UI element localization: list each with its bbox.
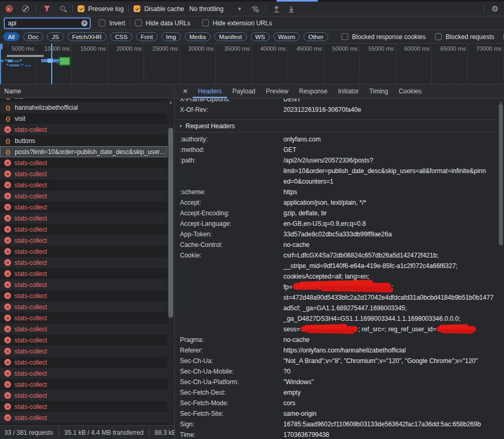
network-request-row[interactable]: ✕stats-collect bbox=[0, 412, 167, 423]
invert-checkbox[interactable]: Invert bbox=[99, 20, 125, 27]
tab-initiator[interactable]: Initiator bbox=[332, 84, 364, 98]
network-request-row[interactable]: ✕stats-collect bbox=[0, 401, 167, 412]
network-request-row[interactable]: {}buttons bbox=[0, 135, 167, 146]
close-details-button[interactable]: ✕ bbox=[178, 84, 193, 98]
request-list: {}init{}hannahelizabethofficial{}visit✕s… bbox=[0, 98, 167, 425]
network-request-row[interactable]: ✕stats-collect bbox=[0, 224, 167, 235]
scroll-up-icon[interactable]: ▲ bbox=[167, 98, 174, 104]
network-request-row[interactable]: ✕stats-collect bbox=[0, 301, 167, 312]
record-button[interactable] bbox=[3, 3, 15, 15]
network-request-row[interactable]: ✕stats-collect bbox=[0, 390, 167, 401]
filter-chip-ws[interactable]: WS bbox=[251, 32, 270, 41]
filter-chip-css[interactable]: CSS bbox=[110, 32, 132, 41]
network-request-row[interactable]: ✕stats-collect bbox=[0, 257, 167, 268]
network-request-row[interactable]: ✕stats-collect bbox=[0, 190, 167, 202]
error-icon: ✕ bbox=[4, 170, 11, 177]
tab-cookies[interactable]: Cookies bbox=[393, 84, 426, 98]
settings-button[interactable]: ⚙ bbox=[489, 3, 501, 15]
header-row: :method:GET bbox=[175, 145, 498, 155]
filter-chip-media[interactable]: Media bbox=[185, 32, 211, 41]
network-request-row[interactable]: ✕stats-collect bbox=[0, 202, 167, 213]
timeline-tick-label: 30000 ms bbox=[180, 44, 216, 84]
header-row: App-Token:33d57ade8c02dbc5a333db99ff9ae2… bbox=[175, 229, 498, 240]
redaction-scribble bbox=[437, 326, 476, 332]
tab-headers[interactable]: Headers bbox=[193, 84, 227, 98]
network-request-row[interactable]: ✕stats-collect bbox=[0, 346, 167, 357]
invert-label: Invert bbox=[109, 20, 125, 27]
filter-chip-all[interactable]: All bbox=[3, 32, 20, 41]
filter-chip-doc[interactable]: Doc bbox=[23, 32, 43, 41]
network-conditions-button[interactable] bbox=[249, 3, 261, 15]
filter-chip-font[interactable]: Font bbox=[136, 32, 158, 41]
network-request-row[interactable]: ✕stats-collect bbox=[0, 323, 167, 335]
preserve-log-checkbox[interactable]: Preserve log bbox=[78, 5, 123, 13]
hide-extension-urls-checkbox[interactable]: Hide extension URLs bbox=[202, 20, 272, 27]
tab-payload[interactable]: Payload bbox=[227, 84, 260, 98]
network-request-row[interactable]: ✕stats-collect bbox=[0, 124, 167, 135]
network-request-row[interactable]: ✕stats-collect bbox=[0, 290, 167, 301]
details-scrollbar[interactable]: ▲ bbox=[498, 99, 504, 439]
network-request-row[interactable]: ✕stats-collect bbox=[0, 357, 167, 368]
header-row: Sec-Fetch-Site:same-origin bbox=[175, 408, 498, 419]
filter-chip-img[interactable]: Img bbox=[161, 32, 181, 41]
tab-preview[interactable]: Preview bbox=[261, 84, 294, 98]
hide-data-urls-checkbox[interactable]: Hide data URLs bbox=[135, 20, 191, 27]
network-request-row[interactable]: ✕stats-collect bbox=[0, 279, 167, 290]
filter-toggle-button[interactable] bbox=[41, 3, 53, 15]
network-request-row[interactable]: ✕stats-collect bbox=[0, 168, 167, 179]
network-request-row[interactable]: ✕stats-collect bbox=[0, 379, 167, 390]
network-request-row[interactable]: ✕stats-collect bbox=[0, 179, 167, 190]
json-fetch-icon: {} bbox=[4, 149, 12, 155]
blocked-requests-checkbox[interactable]: Blocked requests bbox=[435, 33, 494, 41]
request-name: stats-collect bbox=[14, 215, 47, 222]
error-icon: ✕ bbox=[4, 204, 11, 211]
overview-window-handle[interactable] bbox=[0, 44, 1, 84]
divider bbox=[72, 5, 73, 13]
network-request-row[interactable]: ✕stats-collect bbox=[0, 246, 167, 257]
error-icon: ✕ bbox=[4, 215, 11, 222]
network-status-bar: 33 / 381 requests 35.1 kB / 4.4 MB trans… bbox=[0, 425, 175, 439]
disclosure-triangle-icon: ▾ bbox=[179, 123, 182, 129]
name-column-header[interactable]: Name bbox=[0, 84, 174, 98]
header-value: en-GB,en-US;q=0.9,en;q=0.8 bbox=[283, 218, 498, 229]
search-icon bbox=[60, 6, 65, 11]
network-request-row[interactable]: ✕stats-collect bbox=[0, 312, 167, 323]
header-name: X-Frame-Options: bbox=[180, 99, 283, 104]
header-name: Cache-Control: bbox=[180, 240, 283, 250]
request-list-scrollbar[interactable]: ▲ bbox=[167, 98, 174, 425]
redaction-scribble bbox=[293, 283, 391, 290]
clear-filter-icon[interactable]: ✕ bbox=[81, 20, 88, 26]
search-button[interactable] bbox=[56, 3, 68, 15]
request-headers-section-header[interactable]: ▾Request Headers bbox=[175, 120, 498, 132]
network-request-row[interactable]: {}posts?limit=10&order=publish_date_desc… bbox=[0, 146, 167, 157]
waterfall-overview[interactable]: 5000 ms10000 ms15000 ms20000 ms25000 ms3… bbox=[0, 44, 504, 84]
network-request-row[interactable]: {}init bbox=[0, 98, 167, 102]
network-request-row[interactable]: {}hannahelizabethofficial bbox=[0, 102, 167, 113]
clear-button[interactable] bbox=[20, 3, 31, 15]
filter-chip-other[interactable]: Other bbox=[303, 32, 328, 41]
network-request-row[interactable]: ✕stats-collect bbox=[0, 268, 167, 279]
network-request-row[interactable]: ✕stats-collect bbox=[0, 157, 167, 168]
filter-chip-fetch-xhr[interactable]: Fetch/XHR bbox=[68, 32, 107, 41]
tab-response[interactable]: Response bbox=[293, 84, 332, 98]
network-request-row[interactable]: ✕stats-collect bbox=[0, 235, 167, 246]
tab-timing[interactable]: Timing bbox=[364, 84, 394, 98]
blocked-response-cookies-checkbox[interactable]: Blocked response cookies bbox=[341, 33, 425, 41]
header-row: Sign:16785:5aad9602cf110608b03133de56364… bbox=[175, 419, 498, 430]
export-har-button[interactable] bbox=[286, 3, 297, 15]
network-request-row[interactable]: {}visit bbox=[0, 113, 167, 124]
scrollbar-thumb[interactable] bbox=[499, 104, 503, 245]
disable-cache-checkbox[interactable]: Disable cache bbox=[134, 5, 184, 13]
network-request-row[interactable]: ✕stats-collect bbox=[0, 213, 167, 224]
scroll-up-icon[interactable]: ▲ bbox=[498, 99, 504, 104]
error-icon: ✕ bbox=[4, 126, 11, 133]
filter-chip-js[interactable]: JS bbox=[47, 32, 63, 41]
throttling-dropdown[interactable]: No throttling ▼ bbox=[189, 5, 242, 13]
import-har-button[interactable] bbox=[271, 3, 282, 15]
filter-chip-wasm[interactable]: Wasm bbox=[273, 32, 300, 41]
scrollbar-thumb[interactable] bbox=[168, 128, 173, 318]
network-request-row[interactable]: ✕stats-collect bbox=[0, 335, 167, 346]
network-request-row[interactable]: ✕stats-collect bbox=[0, 368, 167, 379]
filter-chip-manifest[interactable]: Manifest bbox=[214, 32, 246, 41]
filter-input[interactable] bbox=[4, 18, 90, 28]
